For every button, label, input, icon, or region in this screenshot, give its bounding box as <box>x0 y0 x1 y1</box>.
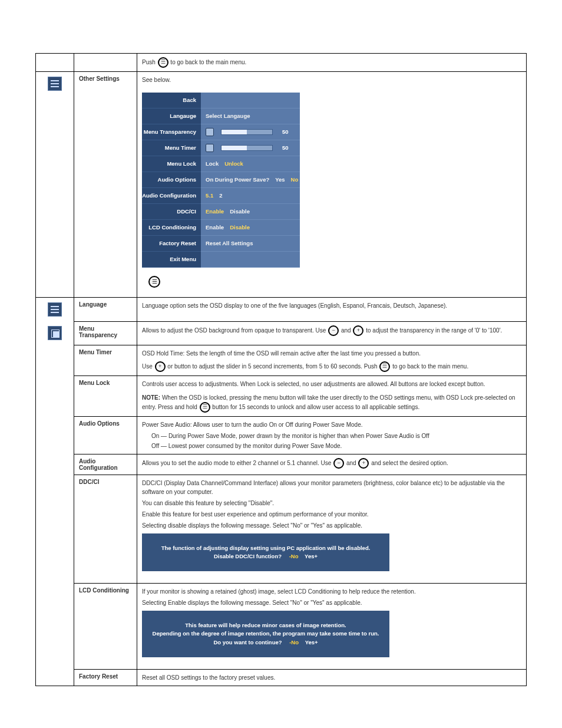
osd-screenshot: Back Langauge Select Langauge Menu Trans… <box>142 93 300 268</box>
osd-freset-label: Factory Reset <box>142 236 201 252</box>
label-menu-timer: Menu Timer <box>74 345 137 375</box>
lcd-warn-l2: Depending on the degree of image retenti… <box>148 630 384 638</box>
table-row: Language Language option sets the OSD di… <box>36 298 527 322</box>
mtimer-line2-post: or button to adjust the slider in 5 seco… <box>167 363 379 369</box>
transparency-icon <box>206 128 214 136</box>
menu-icon: ☰ <box>200 402 210 413</box>
lcd-warn-no: -No <box>289 639 299 645</box>
osd-lcd-enable: Enable <box>206 223 224 232</box>
language-icon <box>48 302 62 317</box>
osd-mlock-label: Menu Lock <box>142 156 201 172</box>
table-row: Factory Reset Reset all OSD settings to … <box>36 669 527 686</box>
desc-factory-reset: Reset all OSD settings to the factory pr… <box>137 669 527 686</box>
osd-lcd-disable: Disable <box>230 223 250 232</box>
mtrans-mid: and <box>341 327 352 333</box>
label-factory-reset: Factory Reset <box>74 669 137 686</box>
menu-icon: ☰ <box>148 276 160 288</box>
back-text-post: to go back to the main menu. <box>170 59 246 65</box>
osd-mlock-lock: Lock <box>206 160 219 168</box>
table-row: LCD Conditioning If your monitor is show… <box>36 584 527 670</box>
label-language: Language <box>74 298 137 322</box>
desc-language: Language option sets the OSD display to … <box>137 298 527 322</box>
lcd-l2: Selecting Enable displays the following … <box>142 598 521 607</box>
mtrans-post: to adjust the transparency in the range … <box>366 327 502 333</box>
label-audio-options: Audio Options <box>74 416 137 454</box>
ddcci-l1: DDC/CI (Display Data Channel/Command Int… <box>142 479 521 496</box>
aconf-mid: and <box>346 459 358 466</box>
mlock-line1: Controls user access to adjustments. Whe… <box>142 380 521 388</box>
aconf-pre: Allows you to set the audio mode to eith… <box>142 459 333 466</box>
label-menu-transparency: Menu Transparency <box>74 321 137 345</box>
osd-ddcci-disable: Disable <box>230 207 250 216</box>
ddcci-warn-l2: Disable DDC/CI function? <box>214 553 282 559</box>
menu-icon: ☰ <box>158 57 168 68</box>
osd-back: Back <box>142 93 201 108</box>
table-row: Menu Lock Controls user access to adjust… <box>36 375 527 416</box>
osd-mtrans-label: Menu Transparency <box>142 124 201 140</box>
label-lcd: LCD Conditioning <box>74 584 137 670</box>
lcd-warn-l1: This feature will help reduce minor case… <box>148 621 384 630</box>
aopt-b2: Off — Lowest power consumed by the monit… <box>151 442 521 450</box>
table-row: Audio Configuration Allows you to set th… <box>36 454 527 475</box>
transparency-slider <box>221 129 273 135</box>
aconf-post: and select the desired option. <box>371 459 448 466</box>
table-row: DDC/CI DDC/CI (Display Data Channel/Comm… <box>36 475 527 584</box>
label-ddcci: DDC/CI <box>74 475 137 584</box>
osd-language-value: Select Langauge <box>206 112 250 120</box>
settings-table: Push ☰ to go back to the main menu. Othe… <box>35 53 527 686</box>
osd-audioopt-q: On During Power Save? <box>206 176 269 184</box>
osd-mtimer-label: Menu Timer <box>142 140 201 156</box>
back-text-pre: Push <box>142 59 157 65</box>
osd-audioconf-o1: 5.1 <box>206 192 213 200</box>
aopt-line1: Power Save Audio: Allows user to turn th… <box>142 420 521 429</box>
other-settings-desc: See below. <box>142 75 521 84</box>
osd-audioopt-yes: Yes <box>275 176 285 184</box>
ddcci-l4: Selecting disable displays the following… <box>142 521 521 530</box>
ddcci-l2: You can disable this feature by selectin… <box>142 499 521 508</box>
osd-audioopt-no: No <box>291 176 299 184</box>
osd-ddcci-label: DDC/CI <box>142 204 201 220</box>
ddcci-warning: The function of adjusting display settin… <box>142 533 389 572</box>
table-row: Menu Transparency Allows to adjust the O… <box>36 321 527 345</box>
osd-freset-value: Reset All Settings <box>206 239 253 248</box>
table-row: Push ☰ to go back to the main menu. <box>36 54 527 72</box>
lcd-warning: This feature will help reduce minor case… <box>142 611 389 657</box>
mtimer-line2-pre: Use <box>142 363 154 369</box>
menu-transparency-icon <box>48 326 62 340</box>
menu-icon: ☰ <box>379 361 390 372</box>
plus-icon: + <box>358 458 369 469</box>
other-settings-icon <box>48 77 62 91</box>
lcd-warn-l3: Do you want to continue? <box>213 639 282 645</box>
osd-lcd-label: LCD Conditioning <box>142 220 201 236</box>
osd-mtimer-value: 50 <box>282 144 289 152</box>
timer-icon <box>206 144 214 152</box>
plus-icon: + <box>353 325 363 336</box>
timer-slider <box>221 145 273 151</box>
minus-icon: − <box>328 325 339 336</box>
mtimer-line2-end: to go back to the main menu. <box>392 363 468 369</box>
lcd-warn-yes: Yes+ <box>305 639 318 645</box>
label-other-settings: Other Settings <box>74 72 137 298</box>
label-audio-config: Audio Configuration <box>74 454 137 475</box>
osd-exit: Exit Menu <box>142 252 201 268</box>
osd-audioopt-label: Audio Options <box>142 172 201 188</box>
mlock-note-label: NOTE: <box>142 394 160 401</box>
table-row: Audio Options Power Save Audio: Allows u… <box>36 416 527 454</box>
mtrans-pre: Allows to adjust the OSD background from… <box>142 327 328 333</box>
mlock-note-post: button for 15 seconds to unlock and allo… <box>212 403 419 410</box>
minus-icon: − <box>333 458 344 469</box>
ddcci-warn-no: -No <box>289 553 299 559</box>
ddcci-warn-yes: Yes+ <box>305 553 318 559</box>
mtimer-line1: OSD Hold Time: Sets the length of time t… <box>142 349 521 358</box>
plus-icon: + <box>155 361 166 372</box>
osd-mlock-unlock: Unlock <box>224 160 243 168</box>
osd-audioconf-label: Audio Configuration <box>142 188 201 204</box>
ddcci-l3: Enable this feature for best user experi… <box>142 510 521 519</box>
osd-mtrans-value: 50 <box>282 128 289 136</box>
label-menu-lock: Menu Lock <box>74 375 137 416</box>
osd-ddcci-enable: Enable <box>206 207 224 216</box>
lcd-l1: If your monitor is showing a retained (g… <box>142 587 521 596</box>
ddcci-warn-l1: The function of adjusting display settin… <box>148 544 384 552</box>
osd-language-label: Langauge <box>142 108 201 124</box>
table-row: Other Settings See below. Back Langauge … <box>36 72 527 298</box>
